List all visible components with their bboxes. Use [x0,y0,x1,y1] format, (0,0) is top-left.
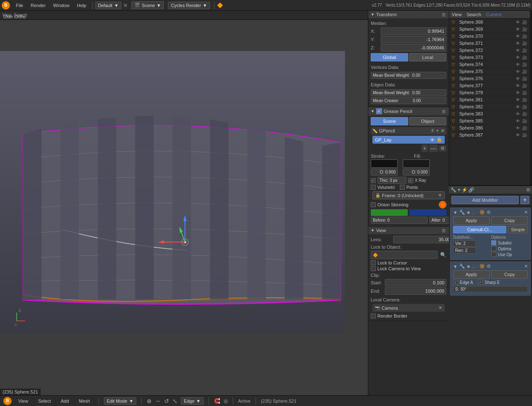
mod1-simple-button[interactable]: Simple [508,226,528,233]
proportional-icon[interactable]: ◎ [224,398,228,404]
list-item[interactable]: ▽ Sphere.368 👁 🎥 [449,19,530,26]
render-engine-selector[interactable]: Cycles Render ▼ [168,2,210,9]
bottom-add-menu[interactable]: Add [57,398,72,404]
render-icon[interactable]: 🎥 [522,76,527,81]
edge-a-checkbox[interactable] [453,280,458,285]
render-icon[interactable]: 🎥 [522,69,527,74]
list-item[interactable]: ▽ Sphere.373 👁 🎥 [449,54,530,61]
edge-selector[interactable]: Edge ▼ [181,397,204,405]
mod-icon-constraints[interactable]: 🔗 [468,187,474,193]
eye-icon[interactable]: 👁 [515,98,521,102]
mod2-expand-icon[interactable]: ▼ [453,264,458,269]
sharp-e-checkbox[interactable] [478,280,483,285]
local-camera-row[interactable]: 📷 Camera ✕ [372,304,445,312]
render-icon[interactable]: 🎥 [522,27,527,32]
gp-scene-button[interactable]: Scene [371,117,408,125]
use-op-checkbox[interactable] [491,252,496,257]
render-icon[interactable]: 🎥 [522,34,527,39]
mod2-settings-icon[interactable]: ⚙ [487,264,491,269]
outliner-view-tab[interactable]: View [452,12,462,17]
lock-object-btn[interactable]: 🔍 [440,252,446,258]
mod1-name-button[interactable]: Catmull-Cl... [453,226,506,233]
list-item[interactable]: ▽ Sphere.371 👁 🎥 [449,40,530,47]
stroke-opacity-input[interactable] [371,169,398,176]
global-button[interactable]: Global [371,53,408,61]
frame-close-icon[interactable]: ✕ [438,193,442,198]
eye-icon[interactable]: 👁 [515,83,521,88]
gp-lock-icon[interactable]: 🔒 [436,137,442,142]
workspace-selector[interactable]: Default ▼ [95,2,122,9]
outliner-current-tab[interactable]: Current [486,12,502,17]
viewport-3d[interactable]: View Search User Ortho [0,11,368,395]
menu-help[interactable]: Help [74,2,90,9]
gp-remove-icon[interactable]: ✕ [441,128,445,134]
snap-icon[interactable]: 🧲 [214,398,220,404]
render-icon[interactable]: 🎥 [522,90,527,95]
global-transform-icon[interactable]: ⊕ [147,398,152,404]
add-modifier-dropdown-icon[interactable]: ▼ [520,196,530,204]
mean-crease-input[interactable] [371,97,446,104]
gp-object-button[interactable]: Object [409,117,446,125]
eye-icon[interactable]: 👁 [515,76,521,81]
volumetric-checkbox[interactable] [371,185,376,190]
render-icon[interactable]: 🎥 [522,112,527,116]
render-icon[interactable]: 🎥 [522,126,527,130]
gp-enable-checkbox[interactable]: ✓ [376,108,382,114]
view-levels-input[interactable] [453,240,476,247]
after-input[interactable] [429,217,449,224]
view-header[interactable]: ▼ View ☰ [368,227,449,234]
bottom-logo[interactable]: B [3,397,12,405]
menu-file[interactable]: File [12,2,27,9]
outliner-search-tab[interactable]: Search [467,12,481,17]
lock-camera-checkbox[interactable] [371,266,376,271]
mod2-close-icon[interactable]: ✕ [524,264,528,269]
gp-layer-remove-icon[interactable]: — [429,144,438,152]
list-item[interactable]: ▽ Sphere.369 👁 🎥 [449,26,530,33]
before-input[interactable] [371,217,428,224]
end-input[interactable] [385,287,446,295]
list-item[interactable]: ▽ Sphere.386 👁 🎥 [449,125,530,132]
optima-checkbox[interactable] [491,246,496,251]
frame-indicator[interactable]: 🔓 Frame: 0 (Unlocked) ✕ [372,191,445,199]
edge-angle-input[interactable] [453,286,528,292]
eye-icon[interactable]: 👁 [515,20,521,24]
mod-icon-settings[interactable]: ⚙ [526,187,530,193]
eye-icon[interactable]: 👁 [515,126,521,130]
menu-render[interactable]: Render [27,2,49,9]
add-modifier-button[interactable]: Add Modifier [451,196,519,204]
onion-skinning-checkbox[interactable] [371,202,376,207]
render-icon[interactable]: 🎥 [522,62,527,67]
list-item[interactable]: ▽ Sphere.375 👁 🎥 [449,68,530,75]
mod1-apply-button[interactable]: Apply [453,216,490,225]
fill-opacity-input[interactable] [403,169,430,176]
view-options-icon[interactable]: ☰ [441,228,446,233]
move-icon[interactable]: ↔ [155,398,161,404]
transform-header[interactable]: ▼ Transform ☰ [368,11,449,18]
mod1-close-icon[interactable]: ✕ [524,210,528,215]
points-checkbox[interactable] [400,185,405,190]
bottom-mesh-menu[interactable]: Mesh [76,398,94,404]
list-item[interactable]: ▽ Sphere.381 👁 🎥 [449,96,530,103]
gp-eye-icon[interactable]: 👁 [430,137,435,142]
menu-window[interactable]: Window [50,2,73,9]
thickness-checkbox[interactable] [371,178,376,183]
onion-color-wheel[interactable] [439,201,446,208]
transform-options-icon[interactable]: ☰ [441,12,446,17]
list-item[interactable]: ▽ Sphere.387 👁 🎥 [449,132,530,139]
y-input[interactable] [381,36,446,43]
scene-selector[interactable]: 🎬 Scene ▼ [131,1,164,9]
eye-icon[interactable]: 👁 [515,34,521,39]
list-item[interactable]: ▽ Sphere.370 👁 🎥 [449,33,530,40]
eye-icon[interactable]: 👁 [515,62,521,67]
eye-icon[interactable]: 👁 [515,90,521,95]
render-levels-input[interactable] [453,247,476,254]
mod-icon-particles[interactable]: ✦ [457,187,461,193]
gp-layer-row[interactable]: GP_Lay 👁 🔒 [372,136,445,144]
list-item[interactable]: ▽ Sphere.374 👁 🎥 [449,61,530,68]
gp-layer-add-icon[interactable]: + [421,144,428,152]
eye-icon[interactable]: 👁 [515,27,521,32]
mod2-copy-button[interactable]: Copy [491,270,528,279]
fill-color-swatch[interactable] [403,159,430,168]
scale-icon[interactable]: ⤡ [172,398,177,404]
local-button[interactable]: Local [409,53,446,61]
